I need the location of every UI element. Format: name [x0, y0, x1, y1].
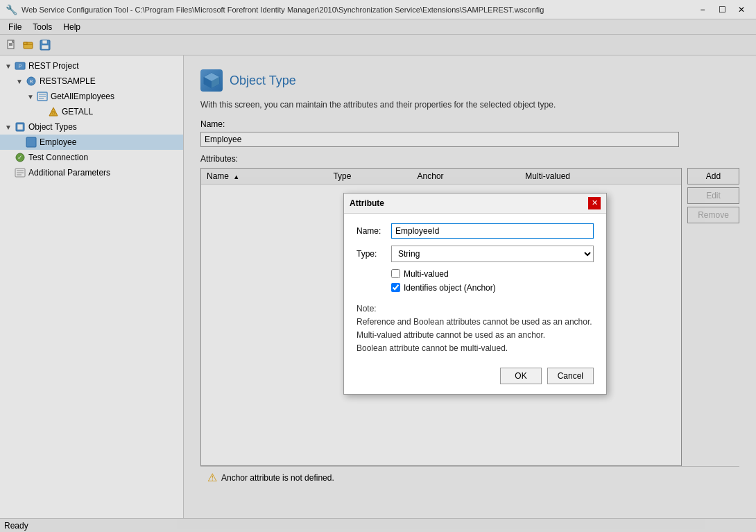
modal-title-bar: Attribute ✕: [344, 194, 606, 214]
warning-message: Anchor attribute is not defined.: [221, 473, 334, 483]
modal-multivalued-row: Multi-valued: [356, 269, 594, 279]
getall-label: GETALL: [62, 107, 93, 117]
restsample-label: RESTSAMPLE: [40, 76, 96, 86]
window-title: Web Service Configuration Tool - C:\Prog…: [22, 6, 689, 14]
sort-arrow-icon: ▲: [233, 173, 239, 180]
modal-type-select[interactable]: String Integer Boolean Reference Binary: [391, 246, 594, 262]
warning-bar: ⚠ Anchor attribute is not defined.: [200, 466, 739, 488]
attributes-label: Attributes:: [200, 154, 739, 164]
toolbar: [0, 35, 756, 55]
svg-rect-20: [26, 137, 36, 147]
additional-params-label: Additional Parameters: [28, 168, 110, 178]
sidebar-item-restsample[interactable]: ▼ R RESTSAMPLE: [0, 74, 183, 89]
rest-project-icon: P: [14, 60, 26, 72]
modal-type-label: Type:: [356, 249, 391, 259]
multivalued-label: Multi-valued: [404, 269, 449, 279]
object-types-icon: [14, 121, 26, 133]
anchor-checkbox[interactable]: [391, 283, 400, 292]
svg-text:P: P: [19, 64, 22, 69]
modal-anchor-row: Identifies object (Anchor): [356, 283, 594, 293]
open-button[interactable]: [21, 37, 36, 53]
modal-note: Note: Reference and Boolean attributes c…: [356, 297, 594, 361]
expand-icon: ▼: [3, 123, 14, 131]
modal-buttons: OK Cancel: [356, 368, 594, 384]
section-cube-icon: [200, 69, 223, 92]
window-controls: − ☐ ✕: [694, 3, 750, 17]
col-anchor[interactable]: Anchor: [412, 169, 520, 185]
name-input[interactable]: [200, 132, 679, 147]
modal-body: Name: Type: String Integer Boolean Refer…: [344, 214, 606, 395]
sidebar-item-object-types[interactable]: ▼ Object Types: [0, 119, 183, 135]
minimize-button[interactable]: −: [694, 3, 712, 17]
modal-type-row: Type: String Integer Boolean Reference B…: [356, 246, 594, 262]
sidebar-item-getall[interactable]: G GETALL: [0, 104, 183, 119]
col-multivalued[interactable]: Multi-valued: [519, 169, 681, 185]
menu-help[interactable]: Help: [58, 21, 86, 33]
status-text: Ready: [4, 521, 28, 531]
svg-text:R: R: [29, 79, 33, 84]
sidebar: ▼ P REST Project ▼ R RESTSAMPLE ▼ GetAll…: [0, 55, 184, 518]
cancel-button[interactable]: Cancel: [547, 368, 594, 384]
restsample-icon: R: [25, 75, 37, 87]
svg-rect-7: [42, 45, 49, 49]
ok-button[interactable]: OK: [500, 368, 541, 384]
svg-rect-6: [42, 40, 47, 44]
modal-name-label: Name:: [356, 226, 391, 236]
expand-icon: ▼: [3, 62, 14, 70]
attribute-buttons: Add Edit Remove: [682, 168, 739, 466]
menu-bar: File Tools Help: [0, 19, 756, 35]
test-connection-icon: ✓: [14, 151, 26, 164]
title-bar: 🔧 Web Service Configuration Tool - C:\Pr…: [0, 0, 756, 19]
getallemployees-icon: [36, 90, 49, 103]
menu-file[interactable]: File: [3, 21, 27, 33]
multivalued-checkbox[interactable]: [391, 269, 400, 278]
app-icon: 🔧: [6, 4, 17, 15]
add-button[interactable]: Add: [687, 168, 739, 185]
svg-text:G: G: [51, 110, 55, 115]
save-button[interactable]: [37, 37, 53, 53]
sidebar-item-employee[interactable]: Employee: [0, 135, 183, 150]
anchor-label: Identifies object (Anchor): [404, 283, 496, 293]
employee-label: Employee: [40, 137, 76, 147]
menu-tools[interactable]: Tools: [27, 21, 58, 33]
svg-text:✓: ✓: [17, 154, 23, 161]
note-line-3: Boolean attribute cannot be multi-valued…: [356, 342, 594, 355]
new-button[interactable]: [4, 37, 19, 53]
svg-rect-19: [17, 124, 23, 130]
additional-params-icon: [14, 166, 26, 179]
modal-title: Attribute: [350, 198, 384, 208]
expand-icon: ▼: [14, 78, 25, 85]
sidebar-item-test-connection[interactable]: ✓ Test Connection: [0, 150, 183, 165]
note-line-2: Multi-valued attribute cannot be used as…: [356, 329, 594, 342]
employee-icon: [25, 136, 37, 148]
sidebar-item-rest-project[interactable]: ▼ P REST Project: [0, 58, 183, 74]
svg-rect-4: [24, 42, 27, 44]
maximize-button[interactable]: ☐: [713, 3, 731, 17]
col-type[interactable]: Type: [327, 169, 411, 185]
rest-project-label: REST Project: [28, 61, 78, 71]
remove-button[interactable]: Remove: [687, 207, 739, 223]
getallemployees-label: GetAllEmployees: [51, 92, 114, 101]
modal-close-button[interactable]: ✕: [588, 197, 601, 209]
status-bar: Ready: [0, 518, 756, 532]
object-types-label: Object Types: [28, 122, 77, 132]
getall-icon: G: [47, 105, 60, 118]
test-connection-label: Test Connection: [28, 153, 88, 162]
section-header: Object Type: [200, 69, 739, 92]
section-title: Object Type: [230, 74, 296, 88]
edit-button[interactable]: Edit: [687, 187, 739, 204]
warning-icon: ⚠: [207, 471, 217, 484]
sidebar-item-getallemployees[interactable]: ▼ GetAllEmployees: [0, 89, 183, 104]
note-line-1: Reference and Boolean attributes cannot …: [356, 316, 594, 329]
name-field-label: Name:: [200, 119, 739, 129]
sidebar-item-additional-params[interactable]: Additional Parameters: [0, 165, 183, 180]
attribute-dialog: Attribute ✕ Name: Type: String Integer B…: [343, 193, 607, 395]
expand-icon: ▼: [25, 93, 36, 101]
modal-name-row: Name:: [356, 223, 594, 239]
modal-name-input[interactable]: [391, 223, 594, 239]
attributes-table: Name ▲ Type Anchor Multi-valued: [201, 169, 681, 185]
note-title: Note:: [356, 302, 594, 316]
col-name[interactable]: Name ▲: [201, 169, 327, 185]
section-description: With this screen, you can maintain the a…: [200, 100, 739, 110]
close-button[interactable]: ✕: [732, 3, 750, 17]
